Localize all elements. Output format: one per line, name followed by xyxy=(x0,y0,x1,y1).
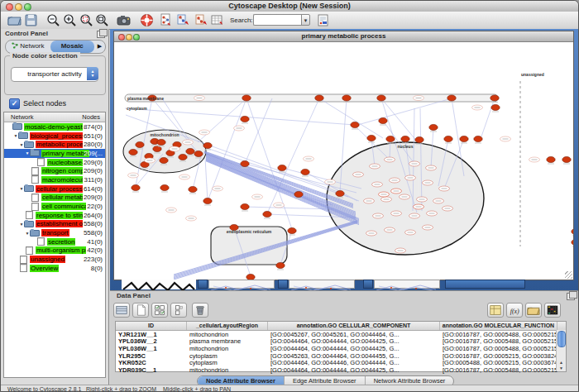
snapshot-icon[interactable] xyxy=(117,13,131,27)
tab-mosaic[interactable]: Mosaic xyxy=(50,41,95,53)
network-node[interactable] xyxy=(415,136,423,142)
network-node[interactable] xyxy=(241,203,249,209)
node-color-combobox[interactable]: transporter activity ▲▼ xyxy=(11,67,98,82)
network-node[interactable] xyxy=(136,141,144,147)
network-node[interactable] xyxy=(491,104,500,110)
heatmap-icon[interactable] xyxy=(544,303,561,318)
network-node[interactable] xyxy=(276,262,285,268)
tree-row[interactable]: ▼biological_process651(0) xyxy=(4,131,105,141)
tree-row[interactable]: ▼transport558(0) xyxy=(4,228,105,237)
select-nodes-checkbox[interactable]: ✓ xyxy=(9,98,20,109)
network-node[interactable] xyxy=(474,136,482,141)
tree-row[interactable]: cell communicat22(0) xyxy=(4,202,105,211)
network-node[interactable] xyxy=(447,95,456,101)
tree-row[interactable]: ▼primary metabo209(... xyxy=(4,149,105,158)
import-network-icon[interactable] xyxy=(159,13,173,27)
import-attribute-file-icon[interactable] xyxy=(525,303,542,318)
tree-row[interactable]: ▼establishment of lo558(0) xyxy=(4,220,105,229)
network-node[interactable] xyxy=(460,136,468,141)
open-file-icon[interactable] xyxy=(7,13,22,27)
network-node[interactable] xyxy=(367,135,376,141)
table-row[interactable]: YLR295Ccytoplasm[GO:0045263, GO:0044464,… xyxy=(116,352,566,360)
network-node[interactable] xyxy=(429,124,438,130)
network-node[interactable] xyxy=(129,149,137,155)
import-vizmap-icon[interactable] xyxy=(194,13,208,27)
unselect-attributes-icon[interactable] xyxy=(170,303,187,318)
network-node[interactable] xyxy=(294,191,303,197)
scrollbar-arrows-icon[interactable]: ▲▼ xyxy=(557,360,566,371)
import-attributes-icon[interactable] xyxy=(176,13,190,27)
network-node[interactable] xyxy=(547,156,555,162)
tree-row[interactable]: multi-organism pro42(0) xyxy=(4,246,105,256)
delete-attribute-icon[interactable] xyxy=(192,303,208,318)
tree-row[interactable]: nucleobase-209(0) xyxy=(4,158,105,167)
scrollbar-thumb[interactable] xyxy=(557,331,566,347)
minimized-window-thumbnail[interactable] xyxy=(208,280,275,289)
new-attribute-icon[interactable] xyxy=(132,303,149,318)
table-row[interactable]: YKR052Ccytoplasm[GO:0044464, GO:0044446,… xyxy=(116,359,566,366)
tab-network[interactable]: Network xyxy=(6,41,50,53)
tree-row[interactable]: response to stimulu264(0) xyxy=(4,211,105,220)
table-scrollbar[interactable]: ▲▼ xyxy=(556,330,566,371)
col-id[interactable]: ID xyxy=(116,322,187,330)
network-node[interactable] xyxy=(179,154,187,160)
zoom-fit-icon[interactable] xyxy=(95,13,109,27)
float-data-panel-icon[interactable] xyxy=(567,293,575,300)
network-node[interactable] xyxy=(241,116,249,122)
network-node[interactable] xyxy=(490,95,499,101)
attribute-matrix-icon[interactable] xyxy=(113,303,130,318)
tree-row[interactable]: ▼cellular process614(0) xyxy=(4,184,105,194)
network-node[interactable] xyxy=(379,117,387,123)
table-row[interactable]: YPL036W__2plasma membrane[GO:0044464, GO… xyxy=(116,338,566,346)
tree-row[interactable]: nitrogen compo209(0) xyxy=(4,166,105,175)
tree-row[interactable]: ▼metabolic process280(0) xyxy=(4,140,105,149)
network-node[interactable] xyxy=(377,95,385,101)
network-node[interactable] xyxy=(263,211,271,217)
table-row[interactable]: YPL036W__1mitochondrion[GO:0044464, GO:0… xyxy=(116,345,566,352)
minimized-window-titlebar[interactable] xyxy=(445,280,525,289)
zoom-out-icon[interactable] xyxy=(46,13,60,27)
minimized-window-titlebar[interactable] xyxy=(278,280,288,289)
search-dropdown-arrow-icon[interactable]: ▼ xyxy=(301,14,310,26)
network-node[interactable] xyxy=(189,186,197,192)
network-node[interactable] xyxy=(315,95,323,101)
tree-row[interactable]: cellular metabo209(0) xyxy=(4,194,105,203)
float-panel-icon[interactable] xyxy=(97,31,105,38)
network-node[interactable] xyxy=(160,184,169,190)
network-node[interactable] xyxy=(242,95,251,101)
network-node[interactable] xyxy=(194,151,203,156)
table-row[interactable]: YDR039C__1mitochondrion[GO:0044464, GO:0… xyxy=(116,366,566,374)
network-node[interactable] xyxy=(444,136,452,141)
annotation-icon[interactable] xyxy=(316,13,330,27)
tabs-overflow-arrow-icon[interactable]: ▶ xyxy=(94,41,105,53)
search-input[interactable] xyxy=(253,14,304,26)
minimized-window-titlebar[interactable] xyxy=(363,280,373,289)
resize-grip-icon[interactable] xyxy=(565,271,572,279)
network-node[interactable] xyxy=(572,239,573,245)
zoom-in-icon[interactable] xyxy=(63,13,77,27)
network-node[interactable] xyxy=(203,198,212,203)
minimized-window-thumbnail[interactable] xyxy=(122,280,196,289)
tree-row[interactable]: unassigned223(0) xyxy=(4,255,105,264)
network-node[interactable] xyxy=(336,190,344,196)
network-canvas[interactable]: plasma membranecytoplasmmitochondrionnuc… xyxy=(114,41,573,280)
network-node[interactable] xyxy=(572,228,573,234)
tree-row[interactable]: Overview8(0) xyxy=(4,264,105,273)
select-attributes-icon[interactable] xyxy=(151,303,168,318)
tree-row[interactable]: mosaic-demo-yeast874(0) xyxy=(4,122,105,131)
network-node[interactable] xyxy=(157,139,165,145)
table-row[interactable]: YJR121W__1mitochondrion[GO:0045267, GO:0… xyxy=(116,331,566,338)
minimized-window-titlebar[interactable] xyxy=(198,280,208,289)
attribute-table-icon[interactable] xyxy=(210,13,224,27)
network-node[interactable] xyxy=(342,95,351,101)
network-node[interactable] xyxy=(562,156,571,162)
minimized-window-thumbnail[interactable] xyxy=(374,280,440,289)
save-icon[interactable] xyxy=(24,13,38,27)
network-node[interactable] xyxy=(401,136,409,141)
tree-row[interactable]: macromolecule311(0) xyxy=(4,175,105,184)
network-node[interactable] xyxy=(301,169,309,174)
network-node[interactable] xyxy=(160,157,168,163)
network-node[interactable] xyxy=(203,142,212,148)
minimized-window-thumbnail[interactable] xyxy=(289,280,355,289)
network-node[interactable] xyxy=(186,148,194,154)
